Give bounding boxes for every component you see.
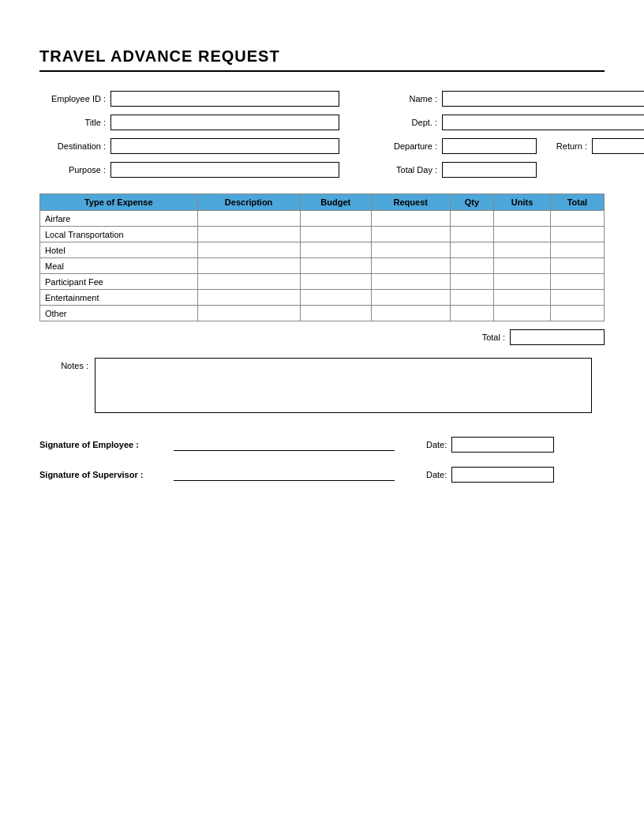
- purpose-input[interactable]: [110, 162, 339, 178]
- name-input[interactable]: [442, 91, 644, 107]
- expense-data-cell: [371, 274, 450, 290]
- expense-data-cell: [450, 290, 494, 306]
- title-divider: [39, 70, 605, 72]
- notes-textarea[interactable]: [95, 358, 592, 413]
- employee-date-input[interactable]: [451, 437, 554, 453]
- supervisor-signature-row: Signature of Supervisor : Date:: [39, 467, 605, 483]
- expense-data-cell: [494, 258, 551, 274]
- table-row: Other: [40, 306, 605, 321]
- dept-input[interactable]: [442, 115, 644, 130]
- dept-group: Dept. :: [371, 115, 644, 130]
- employee-id-group: Employee ID :: [39, 91, 339, 107]
- table-row: Participant Fee: [40, 274, 605, 290]
- expense-data-cell: [494, 306, 551, 321]
- title-label: Title :: [39, 118, 110, 127]
- purpose-label: Purpose :: [39, 165, 110, 175]
- expense-data-cell: [197, 211, 300, 227]
- total-row: Total :: [39, 329, 605, 345]
- total-input[interactable]: [510, 329, 605, 345]
- notes-section: Notes :: [39, 358, 605, 413]
- notes-label: Notes :: [39, 358, 95, 370]
- expense-table: Type of Expense Description Budget Reque…: [39, 193, 605, 321]
- total-label: Total :: [482, 332, 505, 342]
- col-budget: Budget: [300, 194, 371, 211]
- dept-label: Dept. :: [371, 118, 442, 127]
- purpose-group: Purpose :: [39, 162, 339, 178]
- expense-data-cell: [197, 227, 300, 242]
- expense-data-cell: [550, 242, 604, 258]
- expense-data-cell: [494, 242, 551, 258]
- expense-data-cell: [371, 306, 450, 321]
- table-header-row: Type of Expense Description Budget Reque…: [40, 194, 605, 211]
- expense-data-cell: [197, 306, 300, 321]
- expense-data-cell: [450, 274, 494, 290]
- expense-data-cell: [450, 211, 494, 227]
- table-row: Hotel: [40, 242, 605, 258]
- expense-data-cell: [550, 290, 604, 306]
- expense-data-cell: [450, 242, 494, 258]
- table-row: Local Transportation: [40, 227, 605, 242]
- total-day-group: Total Day :: [371, 162, 605, 178]
- employee-id-input[interactable]: [110, 91, 339, 107]
- form-row-4: Purpose : Total Day :: [39, 162, 605, 178]
- title-group: Title :: [39, 115, 339, 130]
- employee-sig-line: [174, 438, 395, 451]
- departure-input[interactable]: [442, 138, 537, 154]
- table-row: Meal: [40, 258, 605, 274]
- expense-data-cell: [550, 211, 604, 227]
- supervisor-sig-line: [174, 468, 395, 481]
- title-input[interactable]: [110, 115, 339, 130]
- return-input[interactable]: [592, 138, 644, 154]
- expense-type-cell: Hotel: [40, 242, 198, 258]
- form-row-2: Title : Dept. :: [39, 115, 605, 130]
- expense-data-cell: [300, 227, 371, 242]
- destination-input[interactable]: [110, 138, 339, 154]
- col-units: Units: [494, 194, 551, 211]
- col-description: Description: [197, 194, 300, 211]
- col-qty: Qty: [450, 194, 494, 211]
- expense-data-cell: [494, 211, 551, 227]
- name-group: Name :: [371, 91, 644, 107]
- expense-data-cell: [450, 227, 494, 242]
- supervisor-date-input[interactable]: [451, 467, 554, 483]
- expense-data-cell: [371, 211, 450, 227]
- expense-data-cell: [450, 306, 494, 321]
- col-total: Total: [550, 194, 604, 211]
- expense-data-cell: [197, 274, 300, 290]
- employee-sig-label: Signature of Employee :: [39, 440, 174, 449]
- supervisor-date-label: Date:: [426, 470, 447, 479]
- expense-type-cell: Participant Fee: [40, 274, 198, 290]
- form-row-1: Employee ID : Name :: [39, 91, 605, 107]
- expense-data-cell: [450, 258, 494, 274]
- expense-data-cell: [300, 290, 371, 306]
- page-title: TRAVEL ADVANCE REQUEST: [39, 47, 605, 66]
- expense-data-cell: [197, 242, 300, 258]
- expense-data-cell: [494, 290, 551, 306]
- expense-data-cell: [371, 258, 450, 274]
- signature-section: Signature of Employee : Date: Signature …: [39, 437, 605, 483]
- departure-group: Departure :: [371, 138, 537, 154]
- col-type: Type of Expense: [40, 194, 198, 211]
- supervisor-sig-label: Signature of Supervisor :: [39, 470, 174, 479]
- destination-group: Destination :: [39, 138, 339, 154]
- employee-date-label: Date:: [426, 440, 447, 449]
- expense-data-cell: [371, 242, 450, 258]
- expense-data-cell: [371, 290, 450, 306]
- name-label: Name :: [371, 94, 442, 103]
- total-day-label: Total Day :: [371, 165, 442, 175]
- expense-data-cell: [300, 306, 371, 321]
- expense-type-cell: Entertainment: [40, 290, 198, 306]
- expense-data-cell: [550, 306, 604, 321]
- expense-data-cell: [197, 258, 300, 274]
- expense-data-cell: [197, 290, 300, 306]
- employee-id-label: Employee ID :: [39, 94, 110, 103]
- form-row-3: Destination : Departure : Return :: [39, 138, 605, 154]
- table-row: Airfare: [40, 211, 605, 227]
- total-day-input[interactable]: [442, 162, 537, 178]
- expense-data-cell: [494, 227, 551, 242]
- table-row: Entertainment: [40, 290, 605, 306]
- expense-data-cell: [300, 274, 371, 290]
- expense-data-cell: [300, 211, 371, 227]
- expense-data-cell: [550, 258, 604, 274]
- expense-data-cell: [550, 274, 604, 290]
